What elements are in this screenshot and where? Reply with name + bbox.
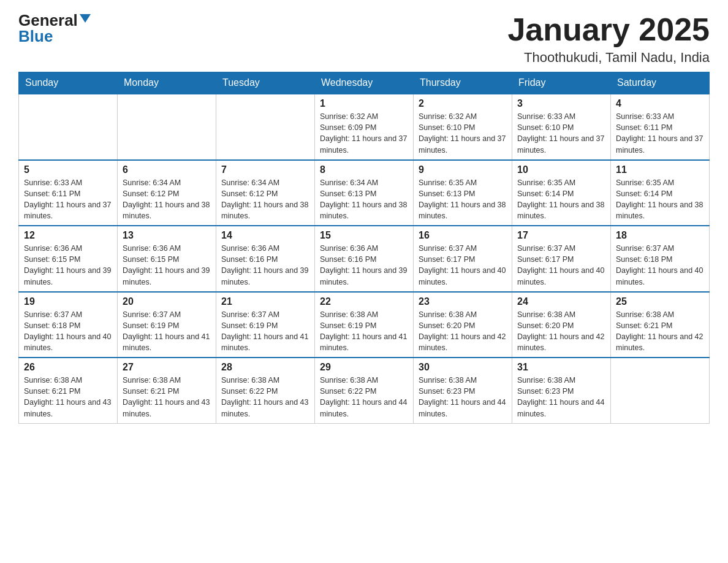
day-number: 6 bbox=[123, 164, 211, 175]
day-number: 11 bbox=[616, 164, 704, 175]
calendar-cell: 29Sunrise: 6:38 AMSunset: 6:22 PMDayligh… bbox=[315, 358, 414, 423]
day-info: Sunrise: 6:35 AMSunset: 6:14 PMDaylight:… bbox=[616, 178, 703, 220]
day-info: Sunrise: 6:34 AMSunset: 6:12 PMDaylight:… bbox=[221, 178, 308, 220]
day-info: Sunrise: 6:38 AMSunset: 6:21 PMDaylight:… bbox=[24, 376, 111, 418]
calendar-subtitle: Thoothukudi, Tamil Nadu, India bbox=[507, 50, 710, 66]
day-number: 8 bbox=[320, 164, 408, 175]
calendar-cell: 5Sunrise: 6:33 AMSunset: 6:11 PMDaylight… bbox=[19, 160, 118, 226]
day-number: 14 bbox=[221, 230, 309, 241]
header-saturday: Saturday bbox=[611, 72, 710, 94]
calendar-cell: 23Sunrise: 6:38 AMSunset: 6:20 PMDayligh… bbox=[414, 292, 512, 358]
day-info: Sunrise: 6:33 AMSunset: 6:11 PMDaylight:… bbox=[24, 178, 111, 220]
calendar-cell bbox=[118, 94, 216, 160]
calendar-cell bbox=[216, 94, 315, 160]
day-info: Sunrise: 6:37 AMSunset: 6:18 PMDaylight:… bbox=[24, 310, 111, 352]
calendar-cell: 11Sunrise: 6:35 AMSunset: 6:14 PMDayligh… bbox=[611, 160, 710, 226]
calendar-cell: 21Sunrise: 6:37 AMSunset: 6:19 PMDayligh… bbox=[216, 292, 315, 358]
calendar-cell: 28Sunrise: 6:38 AMSunset: 6:22 PMDayligh… bbox=[216, 358, 315, 423]
day-number: 17 bbox=[517, 230, 605, 241]
day-info: Sunrise: 6:38 AMSunset: 6:19 PMDaylight:… bbox=[320, 310, 407, 352]
day-info: Sunrise: 6:37 AMSunset: 6:19 PMDaylight:… bbox=[123, 310, 210, 352]
calendar-title: January 2025 bbox=[507, 12, 710, 47]
calendar-cell: 25Sunrise: 6:38 AMSunset: 6:21 PMDayligh… bbox=[611, 292, 710, 358]
calendar-cell: 1Sunrise: 6:32 AMSunset: 6:09 PMDaylight… bbox=[315, 94, 414, 160]
calendar-cell: 26Sunrise: 6:38 AMSunset: 6:21 PMDayligh… bbox=[19, 358, 118, 423]
day-info: Sunrise: 6:35 AMSunset: 6:14 PMDaylight:… bbox=[517, 178, 604, 220]
calendar-cell: 7Sunrise: 6:34 AMSunset: 6:12 PMDaylight… bbox=[216, 160, 315, 226]
page-header: General Blue January 2025 Thoothukudi, T… bbox=[18, 12, 710, 66]
calendar-cell bbox=[19, 94, 118, 160]
day-number: 26 bbox=[24, 362, 112, 373]
header-thursday: Thursday bbox=[414, 72, 512, 94]
header-sunday: Sunday bbox=[19, 72, 118, 94]
calendar-header: SundayMondayTuesdayWednesdayThursdayFrid… bbox=[19, 72, 710, 94]
day-number: 5 bbox=[24, 164, 112, 175]
day-number: 1 bbox=[320, 98, 408, 109]
day-info: Sunrise: 6:33 AMSunset: 6:10 PMDaylight:… bbox=[517, 112, 604, 154]
day-info: Sunrise: 6:36 AMSunset: 6:15 PMDaylight:… bbox=[24, 244, 111, 286]
day-number: 7 bbox=[221, 164, 309, 175]
day-number: 23 bbox=[419, 296, 507, 307]
logo-blue-text: Blue bbox=[18, 28, 53, 44]
day-number: 12 bbox=[24, 230, 112, 241]
title-area: January 2025 Thoothukudi, Tamil Nadu, In… bbox=[507, 12, 710, 66]
week-row-1: 5Sunrise: 6:33 AMSunset: 6:11 PMDaylight… bbox=[19, 160, 710, 226]
day-number: 13 bbox=[123, 230, 211, 241]
day-number: 31 bbox=[517, 362, 605, 373]
calendar-cell: 17Sunrise: 6:37 AMSunset: 6:17 PMDayligh… bbox=[512, 226, 611, 292]
calendar-cell: 13Sunrise: 6:36 AMSunset: 6:15 PMDayligh… bbox=[118, 226, 216, 292]
calendar-cell: 12Sunrise: 6:36 AMSunset: 6:15 PMDayligh… bbox=[19, 226, 118, 292]
calendar-cell: 15Sunrise: 6:36 AMSunset: 6:16 PMDayligh… bbox=[315, 226, 414, 292]
day-info: Sunrise: 6:34 AMSunset: 6:13 PMDaylight:… bbox=[320, 178, 407, 220]
calendar-table: SundayMondayTuesdayWednesdayThursdayFrid… bbox=[18, 72, 710, 424]
calendar-cell: 16Sunrise: 6:37 AMSunset: 6:17 PMDayligh… bbox=[414, 226, 512, 292]
calendar-cell: 2Sunrise: 6:32 AMSunset: 6:10 PMDaylight… bbox=[414, 94, 512, 160]
day-info: Sunrise: 6:36 AMSunset: 6:15 PMDaylight:… bbox=[123, 244, 210, 286]
day-info: Sunrise: 6:32 AMSunset: 6:10 PMDaylight:… bbox=[419, 112, 506, 154]
week-row-4: 26Sunrise: 6:38 AMSunset: 6:21 PMDayligh… bbox=[19, 358, 710, 423]
day-info: Sunrise: 6:33 AMSunset: 6:11 PMDaylight:… bbox=[616, 112, 703, 154]
calendar-cell: 14Sunrise: 6:36 AMSunset: 6:16 PMDayligh… bbox=[216, 226, 315, 292]
day-number: 4 bbox=[616, 98, 704, 109]
week-row-2: 12Sunrise: 6:36 AMSunset: 6:15 PMDayligh… bbox=[19, 226, 710, 292]
day-info: Sunrise: 6:38 AMSunset: 6:23 PMDaylight:… bbox=[419, 376, 506, 418]
day-info: Sunrise: 6:38 AMSunset: 6:23 PMDaylight:… bbox=[517, 376, 604, 418]
day-number: 20 bbox=[123, 296, 211, 307]
day-number: 27 bbox=[123, 362, 211, 373]
day-number: 25 bbox=[616, 296, 704, 307]
week-row-0: 1Sunrise: 6:32 AMSunset: 6:09 PMDaylight… bbox=[19, 94, 710, 160]
day-info: Sunrise: 6:37 AMSunset: 6:19 PMDaylight:… bbox=[221, 310, 308, 352]
day-number: 22 bbox=[320, 296, 408, 307]
day-number: 24 bbox=[517, 296, 605, 307]
calendar-cell: 9Sunrise: 6:35 AMSunset: 6:13 PMDaylight… bbox=[414, 160, 512, 226]
calendar-body: 1Sunrise: 6:32 AMSunset: 6:09 PMDaylight… bbox=[19, 94, 710, 423]
calendar-cell: 30Sunrise: 6:38 AMSunset: 6:23 PMDayligh… bbox=[414, 358, 512, 423]
day-info: Sunrise: 6:35 AMSunset: 6:13 PMDaylight:… bbox=[419, 178, 506, 220]
day-info: Sunrise: 6:36 AMSunset: 6:16 PMDaylight:… bbox=[320, 244, 407, 286]
calendar-header-row: SundayMondayTuesdayWednesdayThursdayFrid… bbox=[19, 72, 710, 94]
day-info: Sunrise: 6:38 AMSunset: 6:20 PMDaylight:… bbox=[419, 310, 506, 352]
calendar-cell: 8Sunrise: 6:34 AMSunset: 6:13 PMDaylight… bbox=[315, 160, 414, 226]
day-number: 18 bbox=[616, 230, 704, 241]
week-row-3: 19Sunrise: 6:37 AMSunset: 6:18 PMDayligh… bbox=[19, 292, 710, 358]
logo-general-text: General bbox=[18, 12, 78, 28]
calendar-cell: 20Sunrise: 6:37 AMSunset: 6:19 PMDayligh… bbox=[118, 292, 216, 358]
day-number: 19 bbox=[24, 296, 112, 307]
day-info: Sunrise: 6:38 AMSunset: 6:22 PMDaylight:… bbox=[221, 376, 308, 418]
day-info: Sunrise: 6:37 AMSunset: 6:17 PMDaylight:… bbox=[517, 244, 604, 286]
day-info: Sunrise: 6:37 AMSunset: 6:18 PMDaylight:… bbox=[616, 244, 703, 286]
day-info: Sunrise: 6:38 AMSunset: 6:21 PMDaylight:… bbox=[616, 310, 703, 352]
calendar-cell: 22Sunrise: 6:38 AMSunset: 6:19 PMDayligh… bbox=[315, 292, 414, 358]
calendar-cell: 3Sunrise: 6:33 AMSunset: 6:10 PMDaylight… bbox=[512, 94, 611, 160]
day-info: Sunrise: 6:32 AMSunset: 6:09 PMDaylight:… bbox=[320, 112, 407, 154]
calendar-cell bbox=[611, 358, 710, 423]
day-info: Sunrise: 6:38 AMSunset: 6:20 PMDaylight:… bbox=[517, 310, 604, 352]
day-number: 16 bbox=[419, 230, 507, 241]
day-number: 2 bbox=[419, 98, 507, 109]
day-number: 28 bbox=[221, 362, 309, 373]
day-info: Sunrise: 6:38 AMSunset: 6:21 PMDaylight:… bbox=[123, 376, 210, 418]
day-number: 15 bbox=[320, 230, 408, 241]
day-info: Sunrise: 6:37 AMSunset: 6:17 PMDaylight:… bbox=[419, 244, 506, 286]
day-info: Sunrise: 6:38 AMSunset: 6:22 PMDaylight:… bbox=[320, 376, 407, 418]
calendar-cell: 6Sunrise: 6:34 AMSunset: 6:12 PMDaylight… bbox=[118, 160, 216, 226]
